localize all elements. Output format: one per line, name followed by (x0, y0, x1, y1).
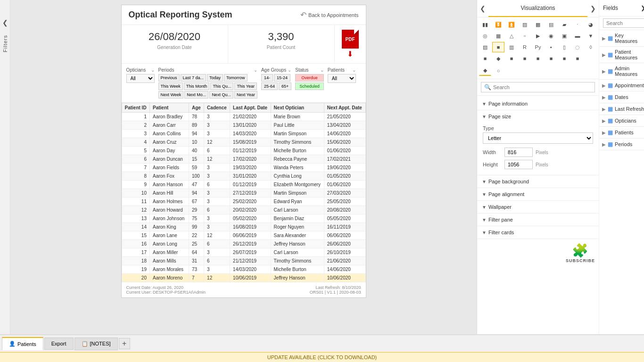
field-group-header[interactable]: ▶▦Appointments (599, 80, 644, 91)
viz-icon-az-map[interactable]: ▪ (545, 42, 557, 52)
col-age[interactable]: Age (189, 103, 204, 113)
page-size-header[interactable]: ▼ Page size (477, 110, 599, 123)
period-btn-nextyear[interactable]: Next Year (234, 91, 257, 99)
panel-right-arrow[interactable]: ❯ (587, 1, 599, 16)
col-last-appt[interactable]: Last Appt. Date (230, 103, 271, 113)
field-group-header[interactable]: ▶▦Last Refresh (599, 103, 644, 115)
table-row[interactable]: 7Aaron Fields59319/03/2020Wanda Peters19… (122, 164, 365, 172)
viz-icon-bar-chart[interactable]: ▮▮ (479, 19, 491, 30)
periods-expand[interactable]: ⌄ (254, 67, 257, 73)
viz-icon-power-apps[interactable]: ◆ (492, 53, 504, 64)
viz-icon-donut[interactable]: ◎ (479, 31, 491, 41)
viz-icon-custom5[interactable]: ■ (558, 53, 570, 64)
period-btn-previous[interactable]: Previous (158, 74, 180, 82)
table-row[interactable]: 15Aaron Lane221206/06/2019Sara Alexander… (122, 231, 365, 240)
update-bar[interactable]: UPDATE AVAILABLE (CLICK TO DOWNLOAD) (0, 352, 644, 362)
viz-icon-custom3[interactable]: ■ (532, 53, 544, 64)
viz-icon-qa[interactable]: ◌ (571, 42, 584, 52)
field-group-header[interactable]: ▶▦Periods (599, 139, 644, 150)
table-row[interactable]: 10Aaron Hill94327/12/2019Martin Simpson2… (122, 189, 365, 197)
field-group-header[interactable]: ▶▦Patient Measures (599, 47, 644, 63)
tab-export[interactable]: Export (44, 337, 74, 350)
viz-icon-100-stacked[interactable]: ▩ (532, 19, 544, 30)
patients-expand[interactable]: ⌄ (352, 67, 356, 73)
opticians-select[interactable]: All (126, 74, 155, 83)
filter-pane-header[interactable]: ▼ Filter pane (477, 214, 599, 226)
viz-search-input[interactable] (493, 84, 592, 90)
viz-icon-matrix[interactable]: ▥ (505, 42, 518, 52)
age-groups-expand[interactable]: ⌄ (288, 67, 291, 73)
field-group-header[interactable]: ▶▦Dates (599, 91, 644, 103)
field-group-header[interactable]: ▶▦Opticians (599, 115, 644, 126)
patients-select[interactable]: All (328, 74, 356, 83)
table-row[interactable]: 2Aaron Carr89313/01/2020Paul Little13/04… (122, 121, 365, 130)
period-btn-thisyear[interactable]: This Year (234, 82, 257, 90)
table-row[interactable]: 6Aaron Duncan151217/02/2020Rebecca Payne… (122, 155, 365, 164)
table-row[interactable]: 14Aaron King99316/08/2019Roger Nguyen16/… (122, 223, 365, 231)
viz-icon-smart[interactable]: ◊ (585, 42, 597, 52)
table-row[interactable]: 20Aaron Moreno71210/06/2019Jeffrey Hanso… (122, 274, 365, 282)
table-row[interactable]: 11Aaron Holmes67325/02/2020Edward Ryan25… (122, 197, 365, 206)
age-btn-65plus[interactable]: 65+ (279, 82, 291, 90)
status-btn-scheduled[interactable]: Scheduled (295, 82, 324, 90)
viz-icon-r-visual[interactable]: R (519, 42, 531, 52)
table-row[interactable]: 18Aaron Mills31621/12/2019Timothy Simmon… (122, 257, 365, 265)
table-row[interactable]: 8Aaron Fox100331/01/2020Cynthia Long01/0… (122, 172, 365, 181)
panel-left-arrow[interactable]: ❮ (477, 1, 488, 16)
viz-icon-map[interactable]: △ (505, 31, 518, 41)
viz-icon-custom4[interactable]: ■ (545, 53, 557, 64)
period-btn-last7[interactable]: Last 7 da... (181, 74, 206, 82)
viz-icon-format[interactable]: ◆ (479, 66, 491, 76)
table-row[interactable]: 3Aaron Collins94314/03/2020Martin Simpso… (122, 130, 365, 138)
period-btn-nextmo[interactable]: Next Mo... (184, 91, 208, 99)
data-table-container[interactable]: Patient ID Patient Age Cadence Last Appt… (122, 103, 366, 282)
col-next-appt[interactable]: Next Appt. Date (324, 103, 365, 113)
viz-icon-paginated[interactable]: ■ (479, 53, 491, 64)
period-btn-thisweek[interactable]: This Week (158, 82, 183, 90)
fields-search-input[interactable] (603, 18, 644, 28)
viz-icon-multi-row[interactable]: ▬ (571, 31, 584, 41)
viz-icon-choropleth[interactable]: ▫ (519, 31, 531, 41)
col-next-optician[interactable]: Next Optician (271, 103, 324, 113)
viz-icon-waterfall[interactable]: ▰ (558, 19, 570, 30)
page-information-header[interactable]: ▼ Page information (477, 98, 599, 110)
pdf-button[interactable]: PDF ⬇ (335, 25, 366, 63)
subscribe-button[interactable]: 🧩 SUBSCRIBE (566, 243, 595, 263)
tab-notes[interactable]: 📋 [NOTES] (74, 337, 118, 350)
table-row[interactable]: 17Aaron Miller64326/07/2019Carl Larson26… (122, 248, 365, 257)
back-to-appointments-button[interactable]: ↶ Back to Appointments (300, 10, 358, 19)
page-alignment-header[interactable]: ▼ Page alignment (477, 188, 599, 200)
sidebar-collapse-arrow[interactable]: ❮ (2, 19, 8, 26)
viz-icon-line-chart[interactable]: ⏬ (492, 19, 504, 30)
period-btn-nextqu[interactable]: Next Qu... (209, 91, 233, 99)
viz-icon-treemap[interactable]: ▦ (492, 31, 504, 41)
table-row[interactable]: 4Aaron Cruz101215/08/2019Timothy Simmons… (122, 138, 365, 147)
page-background-header[interactable]: ▼ Page background (477, 175, 599, 188)
viz-icon-table[interactable]: ■ (492, 42, 504, 52)
opticians-expand[interactable]: ⌄ (151, 67, 155, 73)
viz-icon-custom1[interactable]: ■ (505, 53, 518, 64)
age-btn-under14[interactable]: 14- (261, 74, 273, 82)
field-group-header[interactable]: ▶▦Patients (599, 127, 644, 138)
table-row[interactable]: 9Aaron Hanson47601/12/2019Elizabeth Mont… (122, 181, 365, 189)
table-row[interactable]: 13Aaron Johnson75305/02/2020Benjamin Dia… (122, 214, 365, 223)
page-size-type-select[interactable]: Letter (483, 132, 593, 144)
page-width-input[interactable] (504, 148, 533, 157)
viz-icon-scatter[interactable]: ⋅ (571, 19, 584, 30)
viz-icon-analytics[interactable]: ○ (492, 66, 504, 76)
status-expand[interactable]: ⌄ (320, 67, 324, 73)
viz-icon-slicer[interactable]: ▧ (479, 42, 491, 52)
table-row[interactable]: 1Aaron Bradley78321/02/2020Marie Brown21… (122, 113, 365, 121)
wallpaper-header[interactable]: ▼ Wallpaper (477, 201, 599, 213)
viz-icon-gauge[interactable]: ◉ (545, 31, 557, 41)
col-patient-id[interactable]: Patient ID (122, 103, 149, 113)
viz-icon-funnel[interactable]: ▶ (532, 31, 544, 41)
table-row[interactable]: 19Aaron Morales73314/03/2020Michelle Bur… (122, 265, 365, 274)
status-btn-overdue[interactable]: Overdue (295, 74, 324, 82)
table-row[interactable]: 5Aaron Day40601/12/2019Michelle Burton01… (122, 147, 365, 155)
tab-patients[interactable]: 👤 Patients (2, 337, 43, 350)
age-btn-15-24[interactable]: 15-24 (274, 74, 290, 82)
fields-expand-icon[interactable]: ❯ (641, 5, 644, 11)
viz-icon-card[interactable]: ▣ (558, 31, 570, 41)
viz-icon-area-chart[interactable]: ⏫ (505, 19, 518, 30)
